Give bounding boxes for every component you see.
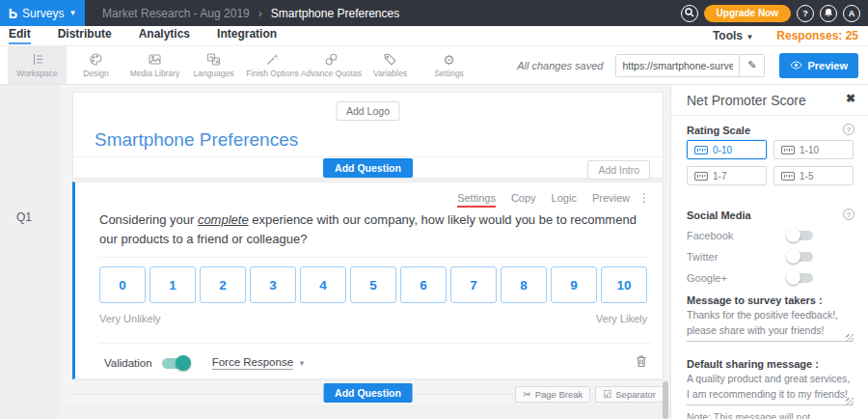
header-card-footer: Add Question — [73, 156, 663, 180]
resize-handle-icon[interactable] — [846, 398, 854, 405]
scale-option-1-10[interactable]: 1-10 — [773, 140, 854, 159]
add-logo-button[interactable]: Add Logo — [336, 101, 400, 121]
question-text-emphasis: complete — [198, 212, 249, 227]
nps-option-7[interactable]: 7 — [450, 266, 497, 303]
rating-scale-help-icon[interactable]: ? — [843, 124, 854, 135]
menu-item-integration[interactable]: Integration — [217, 27, 277, 44]
nps-option-1[interactable]: 1 — [149, 266, 196, 303]
toggle-knob — [786, 228, 800, 242]
tab-logic[interactable]: Logic — [552, 192, 577, 208]
menu-item-distribute[interactable]: Distribute — [58, 27, 112, 44]
tools-dropdown[interactable]: Tools ▼ — [713, 29, 753, 42]
resize-handle-icon[interactable] — [846, 334, 854, 342]
question-number: Q1 — [16, 210, 32, 224]
question-settings-panel: Net Promoter Score ✖ Rating Scale ? 0-10… — [670, 85, 868, 419]
question-text[interactable]: Considering your complete experience wit… — [99, 210, 644, 249]
chevron-down-icon[interactable]: ▼ — [298, 359, 306, 368]
rating-scale-options: 0-10 1-10 1-7 1-5 — [687, 140, 854, 185]
tab-copy[interactable]: Copy — [511, 192, 536, 208]
nps-option-4[interactable]: 4 — [300, 266, 346, 303]
twitter-label: Twitter — [687, 251, 718, 263]
sharing-note: Note: This message will not — [687, 411, 810, 419]
nps-option-8[interactable]: 8 — [501, 266, 547, 303]
scale-option-1-5[interactable]: 1-5 — [773, 166, 854, 185]
product-name: Surveys — [22, 7, 64, 20]
survey-url-input[interactable] — [616, 55, 739, 76]
breadcrumb-folder[interactable]: Market Research - Aug 2019 — [102, 7, 250, 20]
message-to-takers-input[interactable]: Thanks for the positive feedback!, pleas… — [687, 307, 854, 342]
toolbar-item-languages[interactable]: Languages — [184, 46, 243, 84]
toolbar-item-advance-quotas[interactable]: Advance Quotas — [302, 46, 361, 84]
wand-icon — [265, 52, 280, 67]
menu-right: Tools ▼ Responses: 25 — [713, 29, 868, 42]
edit-url-button[interactable]: ✎ — [739, 55, 764, 76]
toolbar-items: Workspace Design Media Library Languages… — [0, 46, 478, 84]
validation-label: Validation — [104, 357, 152, 369]
social-media-label: Social Media — [687, 210, 751, 221]
notifications-button[interactable] — [820, 5, 837, 22]
toolbar-item-variables[interactable]: Variables — [361, 46, 420, 84]
nps-option-6[interactable]: 6 — [400, 266, 447, 303]
twitter-toggle[interactable] — [788, 252, 813, 262]
nps-option-5[interactable]: 5 — [350, 266, 396, 303]
product-switcher[interactable]: P Surveys ▼ — [0, 0, 85, 26]
validation-toggle[interactable] — [162, 358, 189, 369]
preview-button[interactable]: Preview — [779, 53, 858, 78]
facebook-toggle[interactable] — [788, 231, 813, 240]
social-media-help-icon[interactable]: ? — [843, 209, 854, 220]
delete-question-button[interactable] — [636, 354, 647, 372]
avatar[interactable]: A — [843, 5, 860, 22]
nps-option-0[interactable]: 0 — [99, 266, 146, 303]
canvas-scrollbar-thumb[interactable] — [663, 381, 668, 419]
add-question-button-top[interactable]: Add Question — [323, 158, 413, 178]
menu-bar: Edit Distribute Analytics Integration To… — [0, 26, 868, 46]
search-icon — [685, 8, 694, 19]
toolbar-item-finish-options[interactable]: Finish Options — [243, 46, 302, 84]
page-break-button[interactable]: ✂Page Break — [515, 386, 590, 403]
breadcrumb: Market Research - Aug 2019 › Smartphone … — [102, 7, 399, 20]
default-sharing-input[interactable]: A quality product and great services, I … — [687, 371, 854, 405]
toggle-knob — [786, 270, 800, 285]
breadcrumb-separator-icon: › — [258, 7, 262, 20]
menu-item-analytics[interactable]: Analytics — [139, 27, 190, 44]
scale-option-0-10[interactable]: 0-10 — [687, 140, 767, 159]
menu-item-edit[interactable]: Edit — [9, 27, 31, 44]
survey-title[interactable]: Smartphone Preferences — [95, 129, 298, 151]
toolbar-item-design[interactable]: Design — [67, 46, 125, 84]
toolbar-item-settings[interactable]: ⚙ Settings — [420, 46, 478, 84]
question-card: Settings Copy Logic Preview ⋮ Considerin… — [72, 182, 664, 379]
page-fragment-buttons: ✂Page Break ☑Separator — [515, 386, 664, 403]
scissors-icon: ✂ — [523, 389, 530, 400]
tab-settings[interactable]: Settings — [457, 192, 496, 208]
close-icon[interactable]: ✖ — [846, 92, 855, 105]
image-icon — [148, 52, 162, 67]
main-area: Q1 Add Logo Smartphone Preferences Add Q… — [0, 85, 868, 419]
responses-count[interactable]: Responses: 25 — [776, 29, 858, 42]
separator-button[interactable]: ☑Separator — [595, 386, 664, 403]
toggle-knob — [176, 355, 191, 371]
scale-option-1-7[interactable]: 1-7 — [687, 166, 767, 185]
upgrade-now-button[interactable]: Upgrade Now — [704, 5, 791, 22]
translate-icon — [206, 52, 221, 67]
googleplus-toggle[interactable] — [788, 273, 813, 283]
nps-option-2[interactable]: 2 — [200, 266, 246, 303]
tab-preview[interactable]: Preview — [592, 192, 630, 208]
validation-type-dropdown[interactable]: Force Response — [212, 356, 293, 370]
kebab-menu-icon[interactable]: ⋮ — [638, 191, 650, 205]
toolbar-item-media-library[interactable]: Media Library — [125, 46, 184, 84]
toolbar-item-workspace[interactable]: Workspace — [8, 46, 67, 84]
chain-links-icon — [324, 52, 339, 67]
googleplus-label: Google+ — [687, 272, 727, 284]
chevron-down-icon: ▼ — [68, 10, 76, 17]
nps-option-3[interactable]: 3 — [250, 266, 296, 303]
help-button[interactable]: ? — [797, 5, 814, 22]
search-button[interactable] — [681, 5, 698, 22]
add-question-button-bottom[interactable]: Add Question — [323, 383, 413, 403]
tag-icon — [383, 52, 397, 67]
add-intro-button[interactable]: Add Intro — [587, 160, 650, 180]
divider — [99, 343, 651, 344]
nps-option-10[interactable]: 10 — [601, 266, 647, 303]
nps-option-9[interactable]: 9 — [551, 266, 597, 303]
facebook-row: Facebook — [687, 230, 854, 241]
question-tabs: Settings Copy Logic Preview — [457, 192, 630, 208]
